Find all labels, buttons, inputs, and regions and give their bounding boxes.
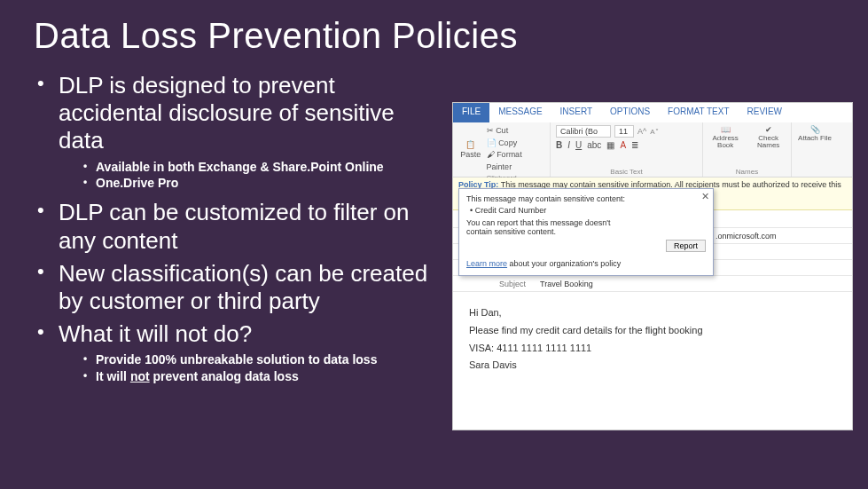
bullet-4b-post: prevent analog data loss: [150, 369, 299, 383]
names-row: 📖 Address Book ✔ Check Names: [708, 125, 786, 149]
cut-button[interactable]: ✂ Cut: [487, 125, 544, 138]
paste-button[interactable]: 📋 Paste: [458, 140, 483, 159]
attach-file-button[interactable]: 📎 Attach File: [797, 125, 833, 142]
slide: Data Loss Prevention Policies DLP is des…: [0, 0, 868, 489]
close-icon[interactable]: ✕: [701, 191, 709, 202]
bullet-4-sublist: Provide 100% unbreakable solution to dat…: [59, 351, 442, 385]
underline-button[interactable]: U: [575, 140, 582, 150]
body-visa: VISA: 4111 1111 1111 1111: [469, 340, 836, 358]
tab-message[interactable]: MESSAGE: [489, 103, 551, 122]
format-painter-button[interactable]: 🖌 Format Painter: [487, 149, 544, 173]
copy-label: Copy: [498, 138, 517, 147]
tab-format-text[interactable]: FORMAT TEXT: [659, 103, 738, 122]
bullet-2: DLP can be customized to filter on any c…: [34, 199, 442, 254]
popup-body: You can report that this message doesn't…: [466, 218, 626, 236]
cut-icon: ✂: [487, 126, 494, 135]
font-row2: B I U abc ▦ A ≣: [556, 140, 697, 150]
font-color-button[interactable]: A: [620, 140, 626, 150]
basic-text-group-label: Basic Text: [556, 168, 697, 176]
popup-item: • Credit Card Number: [470, 206, 706, 215]
bullet-3: New classification(s) can be created by …: [34, 260, 442, 315]
learn-more-link[interactable]: Learn more: [466, 259, 507, 268]
group-clipboard: 📋 Paste ✂ Cut 📄 Copy 🖌 Format Painter Cl…: [453, 122, 551, 177]
bullet-4b: It will not prevent analog data loss: [59, 368, 442, 385]
subject-row: Subject Travel Booking: [453, 276, 852, 292]
check-names-icon: ✔: [765, 125, 772, 134]
bullet-1a: Available in both Exchange & Share.Point…: [59, 159, 442, 176]
paste-label: Paste: [460, 150, 481, 159]
group-basic-text: Calibri (Bo 11 A^ A˅ B I U abc ▦ A ≣: [551, 122, 703, 177]
highlight-button[interactable]: ▦: [606, 140, 614, 150]
ribbon: 📋 Paste ✂ Cut 📄 Copy 🖌 Format Painter Cl…: [453, 122, 852, 177]
main-bullet-list: DLP is designed to prevent accidental di…: [34, 72, 442, 385]
italic-button[interactable]: I: [567, 140, 570, 150]
bullet-1-sublist: Available in both Exchange & Share.Point…: [59, 159, 442, 193]
group-include: 📎 Attach File: [792, 122, 838, 177]
report-button[interactable]: Report: [666, 240, 706, 252]
address-book-button[interactable]: 📖 Address Book: [708, 125, 742, 149]
popup-item-text: Credit Card Number: [475, 206, 547, 215]
policy-popup: ✕ This message may contain sensitive con…: [458, 188, 714, 276]
bullet-4-text: What it will not do?: [59, 320, 252, 347]
bullet-4b-pre: It will: [96, 369, 130, 383]
message-body[interactable]: Hi Dan, Please find my credit card detai…: [453, 292, 852, 387]
font-shrink-icon[interactable]: A˅: [650, 128, 658, 136]
font-controls: Calibri (Bo 11 A^ A˅ B I U abc ▦ A ≣: [556, 125, 697, 150]
clipboard-row: 📋 Paste ✂ Cut 📄 Copy 🖌 Format Painter: [458, 125, 544, 173]
subject-value[interactable]: Travel Booking: [533, 280, 593, 288]
paste-icon: 📋: [465, 140, 475, 149]
body-greeting: Hi Dan,: [469, 304, 836, 322]
outlook-screenshot: FILE MESSAGE INSERT OPTIONS FORMAT TEXT …: [452, 102, 853, 430]
tab-insert[interactable]: INSERT: [551, 103, 602, 122]
bullet-4: What it will not do? Provide 100% unbrea…: [34, 320, 442, 385]
brush-icon: 🖌: [487, 150, 495, 159]
bullet-1b: One.Drive Pro: [59, 175, 442, 192]
strike-button[interactable]: abc: [587, 140, 601, 150]
ab-label: Address Book: [708, 135, 742, 149]
cut-label: Cut: [496, 126, 508, 135]
bullet-1: DLP is designed to prevent accidental di…: [34, 72, 442, 192]
include-group-label: [797, 168, 833, 176]
tab-review[interactable]: REVIEW: [739, 103, 791, 122]
bullet-4b-underlined: not: [130, 369, 150, 383]
ribbon-tabs: FILE MESSAGE INSERT OPTIONS FORMAT TEXT …: [453, 103, 852, 122]
font-size-select[interactable]: 11: [614, 125, 634, 138]
font-row1: Calibri (Bo 11 A^ A˅: [556, 125, 697, 138]
names-group-label: Names: [708, 168, 786, 176]
cn-label: Check Names: [751, 135, 786, 149]
popup-title: This message may contain sensitive conte…: [466, 194, 706, 203]
font-grow-icon[interactable]: A^: [637, 127, 646, 136]
tab-options[interactable]: OPTIONS: [601, 103, 659, 122]
bullet-column: DLP is designed to prevent accidental di…: [34, 72, 442, 392]
bullets-icon[interactable]: ≣: [631, 140, 638, 150]
group-names: 📖 Address Book ✔ Check Names Names: [703, 122, 792, 177]
font-family-select[interactable]: Calibri (Bo: [556, 125, 611, 138]
copy-button[interactable]: 📄 Copy: [487, 138, 544, 150]
tab-file[interactable]: FILE: [453, 103, 489, 122]
slide-title: Data Loss Prevention Policies: [34, 16, 834, 56]
check-names-button[interactable]: ✔ Check Names: [751, 125, 786, 149]
attach-label: Attach File: [798, 135, 832, 142]
clipboard-small: ✂ Cut 📄 Copy 🖌 Format Painter: [487, 125, 544, 173]
learn-more-suffix: about your organization's policy: [507, 259, 621, 268]
attach-icon: 📎: [810, 125, 820, 134]
address-book-icon: 📖: [721, 125, 731, 134]
bold-button[interactable]: B: [556, 140, 562, 150]
copy-icon: 📄: [487, 138, 497, 147]
subject-label: Subject: [453, 280, 533, 288]
body-line: Please find my credit card details for t…: [469, 322, 836, 340]
learn-more-prefix: Learn more: [466, 259, 507, 268]
bullet-4a: Provide 100% unbreakable solution to dat…: [59, 351, 442, 368]
body-sig: Sara Davis: [469, 357, 836, 375]
bullet-1-text: DLP is designed to prevent accidental di…: [59, 72, 395, 154]
